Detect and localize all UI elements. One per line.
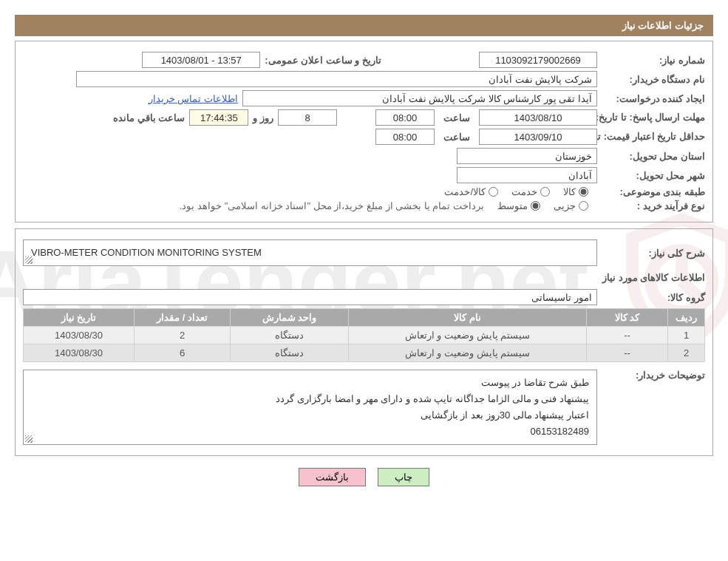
resize-handle-icon[interactable] (25, 256, 33, 264)
table-row: 1 -- سیستم پایش وضعیت و ارتعاش دستگاه 2 … (24, 327, 705, 344)
action-buttons: چاپ بازگشت (15, 468, 713, 486)
group-field: امور تاسیساتی (23, 289, 597, 305)
time-label-1: ساعت (439, 112, 474, 123)
class-both-radio[interactable] (489, 187, 498, 197)
buyer-notes-label: توضیحات خریدار: (602, 370, 705, 381)
process-minor-radio[interactable] (579, 201, 588, 211)
validity-date-field: 1403/09/10 (479, 129, 597, 145)
table-row: 2 -- سیستم پایش وضعیت و ارتعاش دستگاه 6 … (24, 344, 705, 362)
need-no-field: 1103092179002669 (479, 52, 597, 68)
city-label: شهر محل تحویل: (602, 170, 705, 181)
requester-label: ایجاد کننده درخواست: (602, 93, 705, 104)
time-label-2: ساعت (439, 132, 474, 143)
col-row: ردیف (668, 309, 705, 327)
items-table: ردیف کد کالا نام کالا واحد شمارش تعداد /… (23, 308, 705, 362)
process-medium-option[interactable]: متوسط (497, 200, 540, 211)
class-service-radio[interactable] (540, 187, 550, 197)
resize-handle-icon[interactable] (25, 435, 33, 443)
class-goods-option[interactable]: کالا (563, 186, 588, 197)
process-note: برداخت تمام یا بخشی از مبلغ خرید،از محل … (180, 200, 484, 211)
buyer-org-label: نام دستگاه خریدار: (602, 74, 705, 85)
deadline-label: مهلت ارسال پاسخ: تا تاریخ: (602, 112, 705, 123)
items-title: اطلاعات کالاهای مورد نیاز (23, 272, 705, 283)
class-both-option[interactable]: کالا/خدمت (444, 186, 498, 197)
deadline-date-field: 1403/08/10 (479, 109, 597, 126)
class-service-option[interactable]: خدمت (511, 186, 550, 197)
back-button[interactable]: بازگشت (299, 468, 366, 486)
buyer-contact-link[interactable]: اطلاعات تماس خریدار (149, 93, 238, 104)
col-qty: تعداد / مقدار (135, 309, 231, 327)
deadline-time-field: 08:00 (375, 109, 435, 126)
page-title: جزئیات اطلاعات نیاز (15, 15, 713, 36)
city-field: آبادان (457, 167, 597, 183)
province-label: استان محل تحویل: (602, 151, 705, 162)
col-unit: واحد شمارش (231, 309, 349, 327)
validity-time-field: 08:00 (375, 129, 435, 145)
validity-label: حداقل تاریخ اعتبار قیمت: تا تاریخ: (602, 131, 705, 143)
buyer-org-field: شرکت پالایش نفت آبادان (76, 71, 597, 87)
buyer-notes-box: طبق شرح تقاضا در پیوست پیشنهاد فنی و مال… (23, 370, 597, 445)
announce-label: تاریخ و ساعت اعلان عمومی: (265, 55, 381, 66)
items-section: شرح کلی نیاز: VIBRO-METER CONDITION MONI… (15, 228, 713, 456)
remaining-label: ساعت باقي مانده (113, 112, 185, 123)
announce-field: 1403/08/01 - 13:57 (142, 52, 260, 68)
province-field: خوزستان (457, 148, 597, 164)
process-label: نوع فرآیند خرید : (602, 200, 705, 211)
days-remaining-field: 8 (278, 109, 337, 126)
days-label: روز و (253, 112, 273, 123)
col-name: نام کالا (349, 309, 587, 327)
col-code: کد کالا (587, 309, 668, 327)
process-minor-option[interactable]: جزیی (554, 200, 588, 211)
col-date: تاریخ نیاز (24, 309, 135, 327)
overview-label: شرح کلی نیاز: (602, 248, 705, 259)
class-goods-radio[interactable] (579, 187, 588, 197)
countdown-field: 17:44:35 (189, 109, 248, 126)
class-label: طبقه بندی موضوعی: (602, 186, 705, 197)
need-no-label: شماره نیاز: (602, 55, 705, 66)
process-medium-radio[interactable] (531, 201, 540, 211)
overview-field: VIBRO-METER CONDITION MONITORING SYSTEM (23, 239, 597, 266)
group-label: گروه کالا: (602, 292, 705, 303)
requester-field: آیدا تقی پور کارشناس کالا شرکت پالایش نف… (242, 90, 597, 106)
print-button[interactable]: چاپ (378, 468, 429, 486)
need-info-section: شماره نیاز: 1103092179002669 تاریخ و ساع… (15, 41, 713, 222)
